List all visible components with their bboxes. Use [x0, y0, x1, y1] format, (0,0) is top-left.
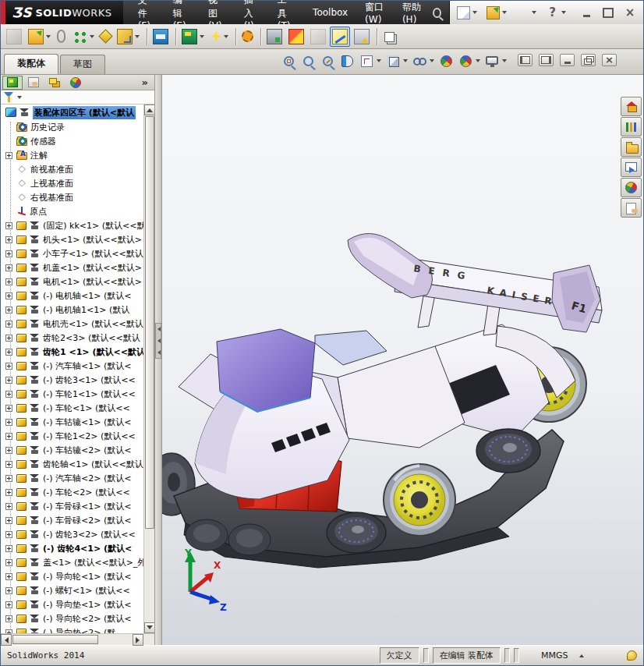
large-assembly-mode-button[interactable]: [264, 27, 285, 47]
menu-item-2[interactable]: 视图(V): [200, 1, 235, 24]
propertymanager-tab[interactable]: [23, 76, 44, 90]
tree-row[interactable]: (-) 车轮<1> (默认<<: [1, 401, 143, 415]
zoom-to-area-button[interactable]: [299, 51, 317, 70]
update-speedpak-button[interactable]: [352, 27, 372, 47]
doc-close-button[interactable]: [602, 54, 617, 66]
tree-row[interactable]: 上视基准面: [1, 176, 143, 190]
tree-row[interactable]: 装配体四区车 (默认<默认: [1, 105, 143, 120]
tree-row[interactable]: (-) 汽车轴<1> (默认<: [1, 359, 143, 373]
view-settings-button[interactable]: [483, 51, 508, 70]
view-palette-button[interactable]: [621, 158, 642, 177]
expand-icon[interactable]: [5, 152, 12, 159]
expand-icon[interactable]: [5, 559, 12, 566]
vertical-scroll-thumb[interactable]: [145, 116, 154, 529]
tree-row[interactable]: 齿轮1 <1> (默认<<默认: [1, 345, 143, 359]
expand-icon[interactable]: [5, 264, 12, 271]
expand-icon[interactable]: [5, 419, 12, 426]
dropdown-arrow-icon[interactable]: [476, 59, 480, 65]
expand-icon[interactable]: [5, 447, 12, 454]
featuremanager-design-tree-tab[interactable]: [2, 76, 23, 90]
doc-restore-button[interactable]: [581, 54, 596, 66]
tree-row[interactable]: 右视基准面: [1, 190, 143, 204]
tree-row[interactable]: 盖<1> (默认<<默认>_外: [1, 555, 143, 569]
tree-row[interactable]: (-) 车轱辘<1> (默认<: [1, 415, 143, 429]
graphics-viewport[interactable]: BERG KAISER F1: [162, 75, 643, 645]
expand-icon[interactable]: [5, 321, 12, 328]
scroll-right-icon[interactable]: [133, 634, 143, 646]
rear-wing[interactable]: BERG KAISER F1: [348, 233, 602, 335]
filter-icon[interactable]: [4, 92, 13, 102]
tree-row[interactable]: 原点: [1, 204, 143, 218]
dropdown-arrow-icon[interactable]: [135, 35, 140, 41]
panel-expand-button[interactable]: »: [137, 76, 153, 88]
appearances-scenes-button[interactable]: [621, 178, 642, 197]
dropdown-arrow-icon[interactable]: [532, 11, 536, 16]
expand-icon[interactable]: [5, 573, 12, 580]
tree-row[interactable]: (-) 车轮1<2> (默认<<: [1, 429, 143, 443]
tree-row[interactable]: 小车子<1> (默认<<默认: [1, 246, 143, 260]
tree-row[interactable]: (-) 电机轴1<1> (默认: [1, 303, 143, 317]
menu-item-5[interactable]: Toolbox: [304, 1, 356, 24]
tree-row[interactable]: (-) 车骨碌<1> (默认<: [1, 499, 143, 513]
open-document-button[interactable]: [484, 5, 509, 21]
expand-icon[interactable]: [5, 517, 12, 524]
insert-component-button[interactable]: [26, 27, 53, 47]
tree-row[interactable]: (固定) kk<1> (默认<<默: [1, 218, 143, 232]
tree-row[interactable]: (-) 导向垫<2> (默: [1, 625, 143, 633]
configurationmanager-tab[interactable]: [44, 76, 65, 90]
expand-icon[interactable]: [5, 349, 12, 356]
new-motion-study-button[interactable]: [239, 27, 256, 46]
scroll-up-icon[interactable]: [144, 105, 154, 115]
expand-icon[interactable]: [5, 489, 12, 496]
menu-item-3[interactable]: 插入(I): [235, 1, 269, 24]
dropdown-arrow-icon[interactable]: [472, 11, 477, 16]
tree-row[interactable]: 机盖<1> (默认<<默认>: [1, 260, 143, 275]
expand-icon[interactable]: [5, 405, 12, 412]
tree-row[interactable]: (-) 齿轮4<1> (默认<: [1, 541, 143, 555]
assembly-features-button[interactable]: [179, 27, 207, 47]
tree-row[interactable]: (-) 螺钉<1> (默认<<: [1, 583, 143, 597]
expand-icon[interactable]: [5, 306, 12, 314]
tree-row[interactable]: 电机<1> (默认<<默认>: [1, 275, 143, 289]
menu-item-1[interactable]: 编辑(E): [165, 1, 200, 24]
expand-icon[interactable]: [5, 545, 12, 552]
search-icon[interactable]: [433, 8, 441, 18]
tree-row[interactable]: (-) 车轮1<1> (默认<<: [1, 387, 143, 401]
reference-geometry-button[interactable]: [208, 27, 231, 47]
tab-sketch[interactable]: 草图: [60, 55, 105, 74]
filter-dropdown-icon[interactable]: [17, 96, 22, 101]
tree-row[interactable]: (-) 齿轮3<1> (默认<<: [1, 373, 143, 387]
dropdown-arrow-icon[interactable]: [403, 59, 408, 65]
horizontal-scroll-thumb[interactable]: [12, 635, 98, 644]
tree-row[interactable]: (-) 电机轴<1> (默认<: [1, 289, 143, 303]
units-selector[interactable]: MMGS: [541, 650, 627, 661]
custom-properties-button[interactable]: [621, 198, 642, 218]
doc-minimize-button[interactable]: [560, 54, 575, 66]
show-hidden-components-button[interactable]: [150, 27, 171, 47]
design-library-button[interactable]: [621, 117, 642, 136]
dropdown-arrow-icon[interactable]: [200, 35, 204, 41]
expand-icon[interactable]: [5, 377, 12, 384]
minimize-button[interactable]: [578, 5, 595, 19]
dropdown-arrow-icon[interactable]: [502, 11, 507, 16]
new-document-button[interactable]: [455, 5, 479, 21]
tree-row[interactable]: (-) 导向轮<1> (默认<: [1, 569, 143, 583]
tree-vertical-scrollbar[interactable]: [143, 105, 154, 633]
expand-icon[interactable]: [5, 236, 12, 243]
hide-show-items-button[interactable]: [411, 51, 435, 70]
menu-item-6[interactable]: 窗口(W): [356, 1, 394, 24]
tree-row[interactable]: (-) 车骨碌<2> (默认<: [1, 513, 143, 527]
tab-assembly[interactable]: 装配体: [4, 54, 58, 74]
solidworks-resources-button[interactable]: [621, 97, 642, 116]
move-component-button[interactable]: [115, 27, 142, 47]
tree-row[interactable]: 齿轮2<3> (默认<<默认: [1, 331, 143, 345]
edit-appearance-button[interactable]: [437, 51, 455, 70]
guide-roller-mid[interactable]: [476, 429, 540, 473]
tree-row[interactable]: (-) 导向垫<1> (默认<: [1, 597, 143, 611]
menu-item-7[interactable]: 帮助(H): [394, 1, 430, 24]
expand-icon[interactable]: [5, 531, 12, 538]
expand-icon[interactable]: [5, 587, 12, 594]
mate-button[interactable]: [55, 27, 68, 46]
dropdown-arrow-icon[interactable]: [90, 35, 94, 41]
guide-roller-front[interactable]: [327, 512, 386, 553]
